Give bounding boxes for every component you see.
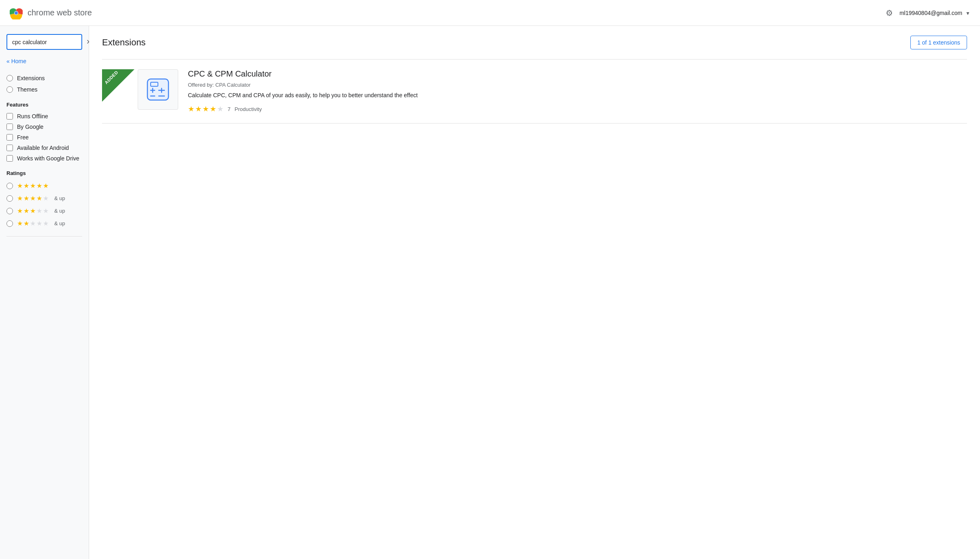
- rating-3-radio[interactable]: [6, 208, 13, 214]
- bottom-divider: [102, 123, 967, 124]
- filter-runs-offline[interactable]: Runs Offline: [6, 111, 82, 122]
- extension-info: CPC & CPM Calculator Offered by: CPA Cal…: [188, 69, 967, 113]
- features-section: Features Runs Offline By Google Free Ava…: [6, 102, 82, 164]
- account-dropdown-icon: ▼: [965, 11, 970, 16]
- google-drive-label: Works with Google Drive: [17, 155, 79, 162]
- content-area: Extensions 1 of 1 extensions ADDED: [89, 26, 980, 559]
- android-label: Available for Android: [17, 145, 69, 151]
- sidebar: ✕ « Home Extensions Themes Features Runs…: [0, 26, 89, 559]
- main-layout: ✕ « Home Extensions Themes Features Runs…: [0, 26, 980, 559]
- free-label: Free: [17, 134, 29, 141]
- extension-offered-by: Offered by: CPA Calculator: [188, 82, 967, 88]
- extension-icon-wrap: [138, 69, 178, 110]
- content-header: Extensions 1 of 1 extensions: [102, 36, 967, 49]
- user-account[interactable]: ml19940804@gmail.com ▼: [899, 10, 970, 16]
- user-email-text: ml19940804@gmail.com: [899, 10, 962, 16]
- rating-3-label: & up: [54, 208, 65, 214]
- rating-4-label: & up: [54, 195, 65, 201]
- by-google-label: By Google: [17, 124, 43, 130]
- ratings-section: Ratings ★ ★ ★ ★ ★ ★ ★ ★ ★ ★: [6, 170, 82, 230]
- rating-5[interactable]: ★ ★ ★ ★ ★: [6, 179, 82, 192]
- extensions-radio[interactable]: [6, 75, 13, 81]
- search-box: ✕: [6, 34, 82, 50]
- settings-icon[interactable]: ⚙: [886, 8, 893, 18]
- rating-5-radio[interactable]: [6, 183, 13, 189]
- android-checkbox[interactable]: [6, 145, 13, 151]
- filter-free[interactable]: Free: [6, 132, 82, 143]
- page-title: Extensions: [102, 37, 146, 48]
- site-title: chrome web store: [28, 8, 92, 17]
- features-title: Features: [6, 102, 82, 108]
- free-checkbox[interactable]: [6, 134, 13, 141]
- runs-offline-label: Runs Offline: [17, 113, 48, 119]
- rating-4-radio[interactable]: [6, 195, 13, 202]
- extension-rating-count: 7: [228, 106, 230, 112]
- extensions-list: ADDED CP: [102, 60, 967, 124]
- rating-3[interactable]: ★ ★ ★ ★ ★ & up: [6, 205, 82, 217]
- extension-name: CPC & CPM Calculator: [188, 69, 967, 79]
- ratings-title: Ratings: [6, 170, 82, 176]
- filter-extensions[interactable]: Extensions: [6, 73, 82, 84]
- by-google-checkbox[interactable]: [6, 124, 13, 130]
- extensions-label: Extensions: [17, 75, 45, 81]
- header: chrome web store ⚙ ml19940804@gmail.com …: [0, 0, 980, 26]
- rating-2-stars: ★ ★ ★ ★ ★: [17, 220, 49, 227]
- rating-2-radio[interactable]: [6, 220, 13, 227]
- chrome-logo-icon: [10, 6, 23, 19]
- extension-description: Calculate CPC, CPM and CPA of your ads e…: [188, 91, 967, 100]
- header-right: ⚙ ml19940804@gmail.com ▼: [886, 8, 970, 18]
- runs-offline-checkbox[interactable]: [6, 113, 13, 119]
- rating-5-stars: ★ ★ ★ ★ ★: [17, 182, 49, 190]
- count-badge: 1 of 1 extensions: [910, 36, 967, 49]
- rating-2-label: & up: [54, 220, 65, 226]
- google-drive-checkbox[interactable]: [6, 155, 13, 162]
- filter-by-google[interactable]: By Google: [6, 122, 82, 132]
- sidebar-divider: [6, 236, 82, 237]
- extension-meta: ★ ★ ★ ★ ★ 7 Productivity: [188, 105, 967, 113]
- added-triangle: [102, 69, 134, 102]
- rating-4-stars: ★ ★ ★ ★ ★: [17, 194, 49, 202]
- themes-radio[interactable]: [6, 86, 13, 93]
- rating-4[interactable]: ★ ★ ★ ★ ★ & up: [6, 192, 82, 205]
- themes-label: Themes: [17, 86, 38, 93]
- search-input[interactable]: [12, 39, 83, 45]
- extension-stars: ★ ★ ★ ★ ★: [188, 105, 224, 113]
- calculator-icon: [146, 77, 170, 102]
- extension-card[interactable]: ADDED CP: [102, 60, 967, 123]
- filter-android[interactable]: Available for Android: [6, 143, 82, 153]
- extension-category: Productivity: [234, 106, 262, 112]
- filter-themes[interactable]: Themes: [6, 84, 82, 95]
- header-left: chrome web store: [10, 6, 92, 19]
- home-link[interactable]: « Home: [6, 58, 82, 64]
- svg-point-2: [15, 11, 18, 15]
- type-filter: Extensions Themes: [6, 73, 82, 95]
- filter-google-drive[interactable]: Works with Google Drive: [6, 153, 82, 164]
- added-badge-container: ADDED: [102, 69, 134, 102]
- rating-3-stars: ★ ★ ★ ★ ★: [17, 207, 49, 215]
- rating-2[interactable]: ★ ★ ★ ★ ★ & up: [6, 217, 82, 230]
